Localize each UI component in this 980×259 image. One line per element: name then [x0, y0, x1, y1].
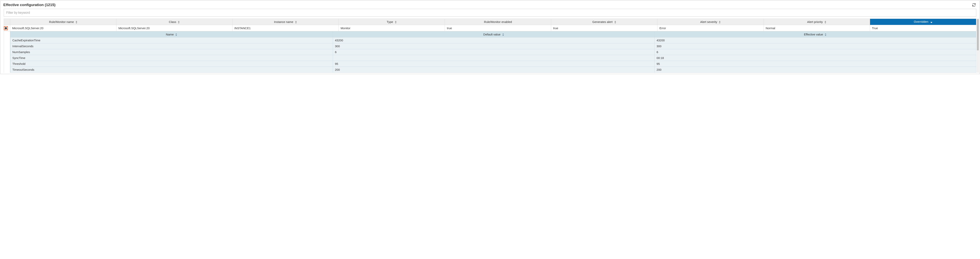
- filter-bar: [1, 9, 979, 19]
- table-header-row: Rule/Monitor name Class Instance name: [4, 19, 976, 25]
- detail-table-row: CacheExpirationTime4320043200: [10, 37, 976, 43]
- detail-col-default-value[interactable]: Default value: [333, 32, 654, 37]
- detail-header-row: Name Default value: [10, 32, 976, 37]
- row-expander[interactable]: [4, 26, 8, 30]
- col-priority-label: Alert priority: [807, 20, 823, 24]
- detail-cell-effective: 200: [654, 67, 976, 73]
- detail-table-row: TimeoutSeconds200200: [10, 67, 976, 73]
- sort-icon: [75, 21, 78, 23]
- col-severity-label: Alert severity: [700, 20, 718, 24]
- detail-cell-effective: 43200: [654, 37, 976, 43]
- detail-cell-effective: 00:18: [654, 55, 976, 61]
- detail-cell-default: 6: [333, 49, 654, 55]
- cell-generates-alert: true: [551, 25, 657, 31]
- detail-table-row: Threshold9595: [10, 61, 976, 67]
- vertical-scrollbar[interactable]: [977, 19, 979, 73]
- sort-icon: [175, 33, 177, 36]
- cell-instance-name: INSTANCE1: [232, 25, 339, 31]
- col-rule-monitor-name[interactable]: Rule/Monitor name: [10, 19, 116, 25]
- refresh-button[interactable]: [971, 2, 977, 8]
- sort-icon: [395, 21, 397, 23]
- col-overridden[interactable]: Overridden: [870, 19, 976, 25]
- detail-cell-name: CacheExpirationTime: [10, 37, 333, 43]
- col-rule-monitor-enabled[interactable]: Rule/Monitor enabled: [445, 19, 551, 25]
- detail-col-name[interactable]: Name: [10, 32, 333, 37]
- detail-col-default-label: Default value: [483, 33, 501, 36]
- detail-cell-name: IntervalSeconds: [10, 43, 333, 49]
- configuration-table: Rule/Monitor name Class Instance name: [4, 19, 976, 73]
- col-alert-severity[interactable]: Alert severity: [657, 19, 764, 25]
- chevron-down-icon: [5, 27, 7, 29]
- detail-row: Name Default value: [4, 31, 976, 73]
- detail-cell-name: NumSamples: [10, 49, 333, 55]
- col-generates-alert-label: Generates alert: [592, 20, 612, 24]
- scrollbar-thumb[interactable]: [977, 19, 979, 50]
- detail-col-effective-value[interactable]: Effective value: [654, 32, 976, 37]
- cell-overridden: True: [870, 25, 976, 31]
- col-class-label: Class: [169, 20, 177, 24]
- detail-col-effective-label: Effective value: [804, 33, 823, 36]
- filter-input[interactable]: [4, 9, 976, 17]
- row-expander-cell[interactable]: [4, 25, 10, 31]
- sort-descending-icon: [931, 21, 932, 24]
- detail-cell-effective: 6: [654, 49, 976, 55]
- cell-enabled: true: [445, 25, 551, 31]
- cell-alert-severity: Error: [657, 25, 764, 31]
- cell-type: Monitor: [339, 25, 445, 31]
- col-instance-name[interactable]: Instance name: [232, 19, 339, 25]
- detail-table-row: NumSamples66: [10, 49, 976, 55]
- sort-icon: [502, 33, 504, 36]
- col-enabled-label: Rule/Monitor enabled: [484, 20, 512, 24]
- detail-table: Name Default value: [10, 31, 976, 73]
- detail-cell-name: Threshold: [10, 61, 333, 67]
- cell-alert-priority: Normal: [764, 25, 870, 31]
- col-generates-alert[interactable]: Generates alert: [551, 19, 657, 25]
- col-type-label: Type: [387, 20, 393, 24]
- sort-icon: [719, 21, 721, 23]
- detail-table-row: SyncTime00:18: [10, 55, 976, 61]
- detail-cell-effective: 95: [654, 61, 976, 67]
- col-class[interactable]: Class: [116, 19, 232, 25]
- panel-title: Effective configuration (1215): [3, 3, 56, 7]
- detail-cell-name: SyncTime: [10, 55, 333, 61]
- col-rule-monitor-name-label: Rule/Monitor name: [49, 20, 74, 24]
- col-instance-label: Instance name: [274, 20, 293, 24]
- detail-col-name-label: Name: [166, 33, 173, 36]
- sort-icon: [295, 21, 297, 23]
- cell-class: Microsoft.SQLServer.20: [116, 25, 232, 31]
- cell-rule-monitor-name: Microsoft.SQLServer.20: [10, 25, 116, 31]
- sort-icon: [824, 33, 827, 36]
- detail-cell-default: [333, 55, 654, 61]
- detail-cell-effective: 300: [654, 43, 976, 49]
- effective-configuration-panel: Effective configuration (1215): [0, 0, 980, 74]
- col-overridden-label: Overridden: [914, 20, 928, 23]
- table-row[interactable]: Microsoft.SQLServer.20 Microsoft.SQLServ…: [4, 25, 976, 31]
- detail-cell-default: 300: [333, 43, 654, 49]
- detail-cell-default: 43200: [333, 37, 654, 43]
- detail-cell-default: 200: [333, 67, 654, 73]
- panel-header: Effective configuration (1215): [1, 1, 979, 9]
- col-type[interactable]: Type: [339, 19, 445, 25]
- detail-table-row: IntervalSeconds300300: [10, 43, 976, 49]
- detail-cell-default: 95: [333, 61, 654, 67]
- sort-icon: [178, 21, 180, 23]
- refresh-icon: [972, 3, 976, 7]
- detail-cell-name: TimeoutSeconds: [10, 67, 333, 73]
- col-alert-priority[interactable]: Alert priority: [764, 19, 870, 25]
- sort-icon: [614, 21, 616, 23]
- sort-icon: [824, 21, 826, 23]
- col-expander-header: [4, 19, 10, 25]
